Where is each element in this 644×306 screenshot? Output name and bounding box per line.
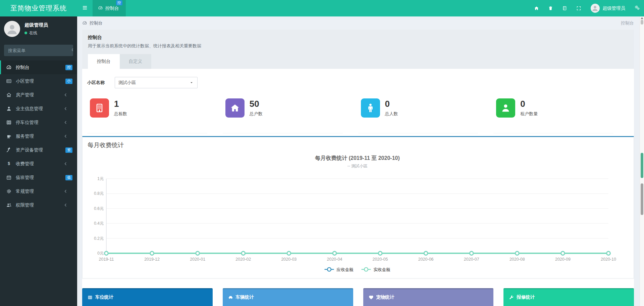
film-icon <box>88 295 93 300</box>
sidebar-item-label: 常规管理 <box>16 188 63 194</box>
sidebar-item-asset-equipment[interactable]: 资产设备管理资 <box>0 143 77 157</box>
card-header: 宠物统计 <box>363 289 494 305</box>
sidebar-item-duty[interactable]: 值班管理值 <box>0 171 77 184</box>
sidebar-item-property[interactable]: 房产管理 <box>0 88 77 102</box>
card-parking-stats[interactable]: 车位统计 <box>82 288 213 306</box>
home-solid-icon <box>534 6 539 11</box>
card-vehicle-stats[interactable]: 车辆统计 <box>223 288 353 306</box>
svg-text:0.2元: 0.2元 <box>94 236 104 241</box>
community-select[interactable]: 測試小區 <box>115 77 198 88</box>
nav-tab-dashboard[interactable]: 控制台 控 <box>93 0 126 16</box>
card-header: 车辆统计 <box>223 289 353 305</box>
community-select-label: 小区名称 <box>87 80 105 86</box>
chevron-left-icon <box>63 161 68 167</box>
scrollbar-thumb[interactable] <box>641 20 643 25</box>
chevron-left-icon <box>63 120 68 125</box>
sidebar-item-badge: 值 <box>65 175 72 180</box>
svg-text:0元: 0元 <box>97 251 104 256</box>
stats-row: 1总栋数50总户数0总人数0租户数量 <box>82 90 634 133</box>
sidebar-item-label: 资产设备管理 <box>16 147 65 153</box>
tab-custom[interactable]: 自定义 <box>120 54 152 69</box>
sidebar-item-general[interactable]: 常规管理 <box>0 184 77 198</box>
sidebar-item-badge: 资 <box>65 147 72 153</box>
dollar-icon: $ <box>6 161 12 167</box>
svg-text:2020-08: 2020-08 <box>509 257 525 262</box>
sidebar-item-service[interactable]: 服务管理 <box>0 129 77 143</box>
monthly-fees-chart: 每月收费统计 (2019-11 至 2020-10)-- 測試小區0元0.2元0… <box>83 150 634 275</box>
wrench-icon <box>509 295 514 300</box>
monthly-fees-panel: 每月收费统计 每月收费统计 (2019-11 至 2020-10)-- 測試小區… <box>82 136 634 278</box>
search-button[interactable] <box>71 45 73 56</box>
chart-title: 每月收费统计 (2019-11 至 2020-10) <box>315 155 400 161</box>
nav-trash-button[interactable] <box>544 0 558 16</box>
dashboard-box: 控制台 用于展示当前系统中的统计数据、统计报表及相关重要数据 控制台 自定义 小… <box>82 30 634 306</box>
sidebar: 超级管理员 在线 控制台控小区管理小房产管理业主信息管理停车位管理服务管理资产设… <box>0 16 77 306</box>
stat-label: 租户数量 <box>520 111 538 117</box>
sidebar-user-panel: 超级管理员 在线 <box>0 16 77 40</box>
sidebar-item-owner-info[interactable]: 业主信息管理 <box>0 102 77 116</box>
stat-value: 0 <box>520 99 538 108</box>
sidebar-item-label: 服务管理 <box>16 133 63 139</box>
stat-buildings: 1总栋数 <box>87 98 223 133</box>
card-pet-stats[interactable]: 宠物统计 <box>363 288 494 306</box>
app-logo[interactable]: 至简物业管理系统 <box>0 0 77 16</box>
user-menu[interactable]: 超级管理员 <box>586 0 630 16</box>
sidebar-item-label: 控制台 <box>16 64 65 71</box>
avatar <box>591 4 600 13</box>
calendar-icon <box>6 175 12 180</box>
chevron-left-icon <box>63 188 68 194</box>
svg-text:2019-12: 2019-12 <box>144 257 160 262</box>
chevron-left-icon <box>63 92 68 98</box>
card-title: 宠物统计 <box>376 294 394 300</box>
top-navbar: 至简物业管理系统 控制台 控 超级管理员 <box>0 0 644 16</box>
sidebar-menu: 控制台控小区管理小房产管理业主信息管理停车位管理服务管理资产设备管理资$收费管理… <box>0 60 77 212</box>
svg-text:1元: 1元 <box>97 176 104 181</box>
tab-bar: 控制台 自定义 <box>88 54 628 69</box>
search-input[interactable] <box>4 45 71 56</box>
user-icon <box>500 103 511 113</box>
scrollbar-thumb-tertiary[interactable] <box>641 183 643 215</box>
scrollbar-track[interactable] <box>640 16 644 306</box>
breadcrumb-label[interactable]: 控制台 <box>90 20 103 26</box>
stat-households: 50总户数 <box>223 98 358 133</box>
stat-tenants: 0租户数量 <box>493 98 629 133</box>
svg-text:0.4元: 0.4元 <box>94 221 104 226</box>
sidebar-item-dashboard[interactable]: 控制台控 <box>0 60 77 74</box>
sidebar-item-community[interactable]: 小区管理小 <box>0 74 77 88</box>
stat-households-icon-box <box>225 98 245 118</box>
sidebar-item-permission[interactable]: 权限管理 <box>0 198 77 212</box>
svg-text:2020-05: 2020-05 <box>373 257 388 262</box>
sidebar-toggle-button[interactable] <box>77 0 93 16</box>
tab-dashboard[interactable]: 控制台 <box>88 54 120 69</box>
chevron-left-icon <box>63 106 68 112</box>
nav-home-button[interactable] <box>530 0 544 16</box>
chart-legend-receivable[interactable]: 应收金额 <box>325 267 354 272</box>
svg-text:2020-04: 2020-04 <box>327 257 342 262</box>
stat-value: 0 <box>385 99 398 108</box>
community-filter: 小区名称 測試小區 <box>82 69 634 90</box>
scrollbar-thumb-secondary[interactable] <box>641 153 643 178</box>
sidebar-item-label: 业主信息管理 <box>16 106 63 112</box>
panel-title: 每月收费统计 <box>83 137 634 150</box>
sidebar-item-label: 权限管理 <box>16 202 63 208</box>
sidebar-item-label: 停车位管理 <box>16 120 63 126</box>
svg-text:应收金额: 应收金额 <box>337 267 354 272</box>
breadcrumb-right-label: 控制台 <box>621 20 634 26</box>
svg-text:2020-09: 2020-09 <box>555 257 571 262</box>
nav-tab-label: 控制台 <box>105 5 119 11</box>
chart-legend-received[interactable]: 实收金额 <box>362 267 391 272</box>
dashboard-icon <box>6 64 12 70</box>
sidebar-item-fees[interactable]: $收费管理 <box>0 157 77 171</box>
nav-expand-button[interactable] <box>572 0 586 16</box>
sidebar-item-parking[interactable]: 停车位管理 <box>0 116 77 129</box>
stat-label: 总人数 <box>385 111 398 117</box>
nav-book-button[interactable] <box>558 0 572 16</box>
card-repair-stats[interactable]: 报修统计 <box>503 288 634 306</box>
chevron-left-icon <box>63 133 68 139</box>
gavel-icon <box>6 147 12 153</box>
nav-settings-button[interactable] <box>630 0 644 16</box>
scroll-up-arrow-icon[interactable] <box>641 17 643 19</box>
stat-tenants-icon-box <box>496 98 515 118</box>
page-title: 控制台 <box>88 35 628 41</box>
dashboard-icon <box>98 5 103 11</box>
